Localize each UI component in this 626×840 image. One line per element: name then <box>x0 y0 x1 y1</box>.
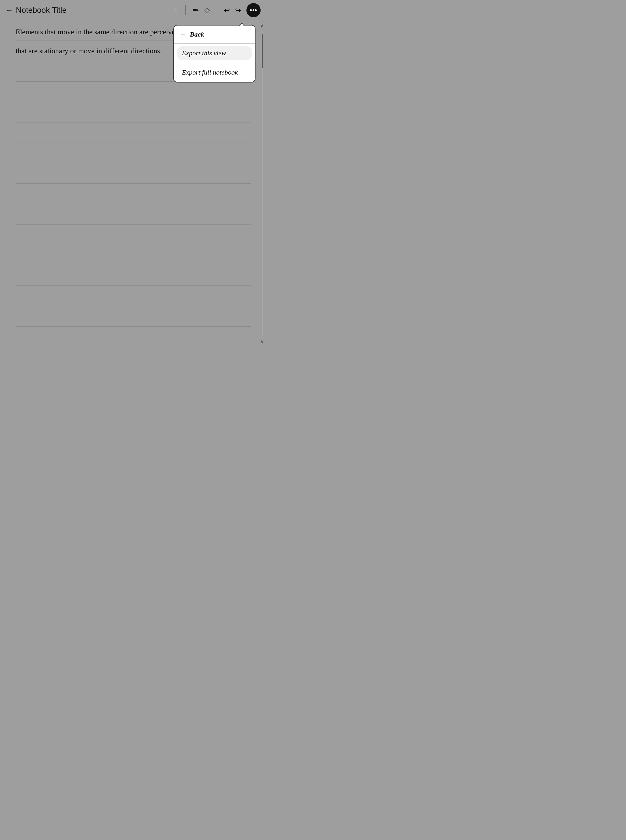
popup-arrow-inner <box>239 24 244 27</box>
back-button[interactable]: ← <box>6 6 13 15</box>
line-8 <box>16 163 251 184</box>
export-this-view-button[interactable]: Export this view <box>177 46 252 60</box>
more-button[interactable]: ••• <box>246 3 261 17</box>
line-13 <box>16 265 251 286</box>
undo-icon[interactable]: ↩ <box>224 6 230 15</box>
line-11 <box>16 225 251 245</box>
line-16 <box>16 327 251 347</box>
line-4 <box>16 82 251 102</box>
scroll-up-button[interactable]: ∧ <box>260 23 264 29</box>
header-left: ← Notebook Title <box>6 6 174 15</box>
notebook-text-2: that are stationary or move in different… <box>16 47 162 55</box>
line-14 <box>16 286 251 306</box>
divider-2 <box>217 5 217 15</box>
eraser-icon[interactable]: ◇ <box>204 6 210 15</box>
popup-back-button[interactable]: ← Back <box>174 25 255 44</box>
scroll-down-button[interactable]: ∨ <box>260 339 264 345</box>
notebook-text: Elements that move in the same direction… <box>16 28 187 36</box>
line-10 <box>16 204 251 225</box>
pen-icon[interactable]: ✒ <box>192 6 199 15</box>
export-this-view-wrapper: Export this view <box>174 44 255 63</box>
lasso-icon[interactable]: ⌗ <box>174 6 178 15</box>
line-5 <box>16 102 251 122</box>
popup-menu: ← Back Export this view Export full note… <box>173 25 255 83</box>
popup-back-label: Back <box>190 31 204 38</box>
line-15 <box>16 306 251 327</box>
line-9 <box>16 184 251 204</box>
line-6 <box>16 122 251 143</box>
export-full-notebook-button[interactable]: Export full notebook <box>177 65 252 80</box>
export-full-notebook-wrapper: Export full notebook <box>174 63 255 82</box>
page-title: Notebook Title <box>16 6 67 15</box>
line-12 <box>16 245 251 265</box>
line-7 <box>16 143 251 163</box>
scrollbar-thumb[interactable] <box>262 34 263 68</box>
back-arrow-icon: ← <box>180 31 186 38</box>
divider <box>185 5 186 15</box>
scrollbar: ∧ ∨ <box>258 20 266 347</box>
header: ← Notebook Title ⌗ ✒ ◇ ↩ ↪ ••• <box>0 0 266 20</box>
header-tools: ⌗ ✒ ◇ ↩ ↪ ••• <box>174 3 261 17</box>
scrollbar-track[interactable] <box>262 31 263 336</box>
redo-icon[interactable]: ↪ <box>235 6 241 15</box>
